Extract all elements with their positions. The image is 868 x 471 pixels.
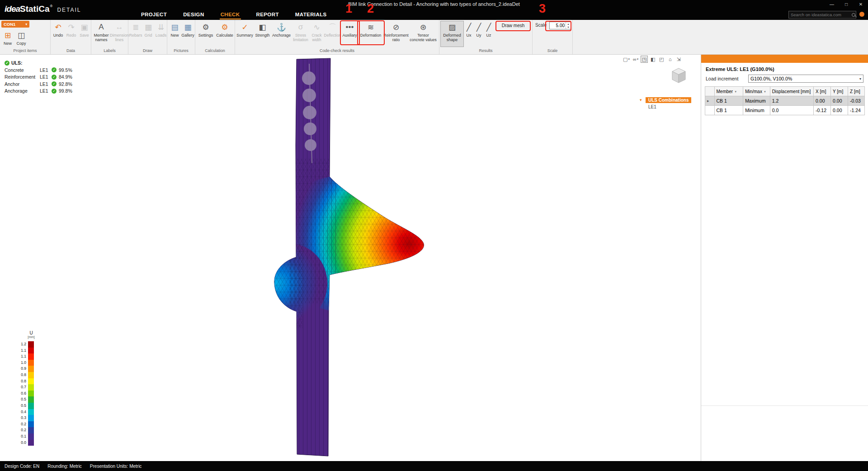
statusbar-item: Design Code: EN	[5, 464, 39, 469]
ribbon-button-loads[interactable]: ⇊Loads	[155, 21, 167, 47]
load-increment-select[interactable]: G100.0%, V100.0% ▾	[748, 75, 863, 83]
column-header[interactable]: Min/max▼	[743, 87, 770, 96]
load-increment-label: Load increment	[706, 76, 745, 81]
ribbon-group-label: Code-check results	[235, 48, 439, 54]
table-cell: 0.00	[814, 96, 831, 106]
chevron-down-icon: ▾	[637, 57, 639, 61]
legend-title: U	[28, 330, 34, 335]
chevron-down-icon[interactable]: ▾	[640, 98, 642, 102]
results-panel: Extreme ULS: LE1 (G100.0%) Load incremen…	[701, 55, 868, 461]
menu-item-project[interactable]: PROJECT	[139, 9, 169, 20]
picture-new-icon: ▤	[171, 21, 178, 33]
table-row[interactable]: ▸CB 1Maximum1.20.000.00-0.03	[705, 96, 865, 106]
menu-item-materials[interactable]: MATERIALS	[293, 9, 329, 20]
ribbon-button-ux[interactable]: ╱Ux	[464, 21, 474, 47]
navigation-cube[interactable]	[668, 65, 689, 87]
deformed-shape-visualization[interactable]	[0, 55, 701, 461]
ribbon-button-uz[interactable]: ╱Uz	[484, 21, 494, 47]
ribbon-button-copy-item[interactable]: ◫Copy	[14, 29, 28, 47]
menu-item-design[interactable]: DESIGN	[181, 9, 206, 20]
column-header[interactable]: Displacement [mm]	[770, 87, 813, 96]
minimize-button[interactable]: —	[825, 0, 839, 8]
ribbon-button-undo[interactable]: ↶Undo	[52, 21, 65, 47]
zoom-fit-icon[interactable]: ⇲	[675, 56, 682, 63]
search-box[interactable]	[788, 11, 856, 19]
extreme-result-title: Extreme ULS: LE1 (G100.0%)	[706, 66, 863, 72]
column-header[interactable]: Member▼	[714, 87, 743, 96]
combinations-panel: ▾ ULS Combinations LE1	[646, 97, 691, 109]
ribbon-button-new-item[interactable]: ⊞New	[1, 29, 14, 47]
ribbon-button-crack-width[interactable]: ∿Crack width	[310, 21, 324, 47]
load-increment-value: G100.0%, V100.0%	[750, 76, 859, 81]
combination-item-le1[interactable]: LE1	[648, 104, 691, 109]
reinforcement-ratio-icon: ⊘	[393, 21, 399, 33]
column-header[interactable]: X [m]	[814, 87, 831, 96]
ribbon-button-dimension-lines[interactable]: ↔Dimension lines	[110, 21, 128, 47]
uls-combinations-badge[interactable]: ULS Combinations	[646, 97, 691, 103]
ribbon-button-redo[interactable]: ↷Redo	[65, 21, 78, 47]
menu-item-report[interactable]: REPORT	[255, 9, 281, 20]
ribbon-button-gallery[interactable]: ▦Gallery	[181, 21, 194, 47]
ribbon-button-uy[interactable]: ╱Uy	[474, 21, 484, 47]
gallery-icon: ▦	[184, 21, 191, 33]
ribbon-button-settings[interactable]: ⚙Settings	[196, 21, 215, 47]
annotation-number-3: 3	[539, 2, 546, 16]
row-expander[interactable]: ▸	[705, 96, 715, 106]
table-cell: Minimum	[743, 106, 770, 115]
ribbon-button-grid[interactable]: ▦Grid	[142, 21, 155, 47]
ribbon-group-label: Labels	[91, 48, 128, 54]
legend-row: 0.5	[15, 396, 35, 403]
ribbon-group-label: Results	[439, 48, 532, 54]
ribbon-button-stress-limitation[interactable]: σStress limitation	[292, 21, 310, 47]
ribbon-button-summary[interactable]: ✓Summary	[236, 21, 254, 47]
ribbon-button-save[interactable]: ▣Save	[78, 21, 91, 47]
con1-selector[interactable]: CON1▾	[1, 21, 29, 28]
menu-item-check[interactable]: CHECK	[219, 9, 242, 20]
ribbon-button-tensor-concrete-values[interactable]: ⊛Tensor concrete values	[409, 21, 438, 47]
row-expander[interactable]	[705, 106, 715, 115]
uls-summary-header: ✓ ULS:	[5, 60, 77, 66]
chevron-down-icon: ▾	[859, 77, 861, 81]
filter-icon[interactable]: ▼	[764, 90, 766, 93]
clip-planes-icon[interactable]: ∞▾	[632, 56, 639, 63]
account-icon[interactable]	[859, 12, 864, 17]
legend-color-cell	[28, 391, 34, 397]
ribbon-group-code-check-results: ✓Summary◧Strength⚓AnchorageσStress limit…	[235, 20, 439, 54]
ribbon-button-calculate[interactable]: ⚙Calculate	[215, 21, 234, 47]
ribbon-button-picture-new[interactable]: ▤New	[168, 21, 181, 47]
home-view-icon[interactable]: ⌂	[666, 56, 674, 63]
ribbon-button-member-names[interactable]: AMember names	[92, 21, 110, 47]
ribbon-button-reinforcement-ratio[interactable]: ⊘Reinforcement ratio	[383, 21, 409, 47]
close-button[interactable]: ✕	[854, 0, 868, 8]
legend-color-cell	[28, 396, 34, 403]
ribbon-button-rebars[interactable]: ≣Rebars	[129, 21, 142, 47]
column-header[interactable]: Z [m]	[848, 87, 865, 96]
column-header[interactable]: Y [m]	[831, 87, 848, 96]
copy-item-icon: ◫	[18, 29, 25, 41]
ribbon-button-strength[interactable]: ◧Strength	[254, 21, 271, 47]
section-view-icon[interactable]: ▢▾	[622, 56, 631, 63]
panel-header-bar[interactable]	[701, 55, 868, 63]
ribbon-group-label: Draw	[128, 48, 167, 54]
stress-limitation-icon: σ	[298, 21, 303, 33]
ribbon-button-deformed-shape[interactable]: ▨Deformed shape	[440, 21, 464, 47]
maximize-button[interactable]: □	[839, 0, 854, 8]
ux-icon: ╱	[467, 21, 471, 33]
view-edges-icon[interactable]: ◰	[658, 56, 665, 63]
table-cell: -1.24	[848, 106, 865, 115]
table-row[interactable]: CB 1Minimum0.0-0.120.00-1.24	[705, 106, 865, 115]
ribbon-button-anchorage[interactable]: ⚓Anchorage	[271, 21, 292, 47]
viewport-canvas[interactable]: ✓ ULS: ConcreteLE1✓99.5%ReinforcementLE1…	[0, 55, 701, 461]
new-item-icon: ⊞	[5, 29, 11, 41]
ribbon-button-deflection[interactable]: ⌒Deflection	[324, 21, 341, 47]
ribbon-group-calculation: ⚙Settings⚙CalculateCalculation	[195, 20, 235, 54]
ribbon-group-label: Calculation	[195, 48, 235, 54]
view-shaded-icon[interactable]: ◧	[649, 56, 656, 63]
uls-summary-row: AnchorLE1✓92.8%	[5, 80, 77, 88]
table-cell: 1.2	[770, 96, 813, 106]
view-3d-icon[interactable]: ◳	[641, 56, 648, 63]
filter-icon[interactable]: ▼	[734, 90, 737, 93]
legend-color-cell	[28, 403, 34, 409]
search-input[interactable]	[791, 12, 850, 17]
crack-width-icon: ∿	[313, 21, 320, 33]
